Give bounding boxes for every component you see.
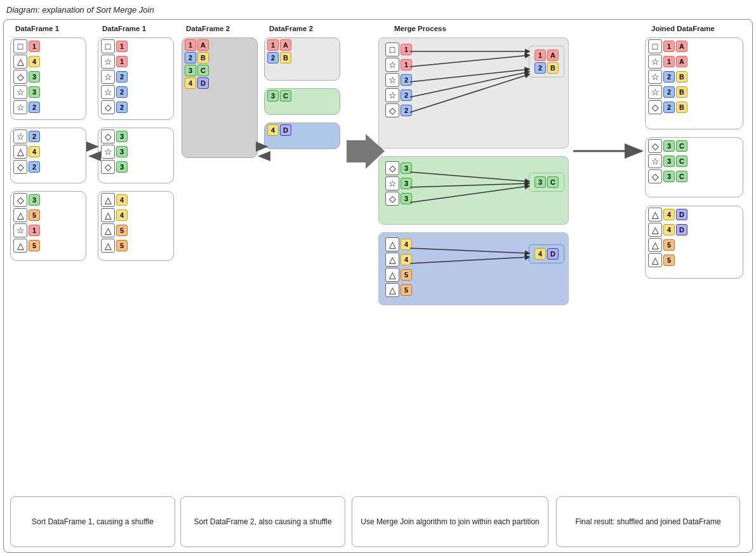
df2-sorted-p3: 4D xyxy=(264,122,340,149)
label-df2-sorted: DataFrame 2 xyxy=(269,25,313,32)
df2-sorted-p2: 3C xyxy=(264,88,340,115)
label-df1-sorted: DataFrame 1 xyxy=(102,25,146,32)
df1-sorted-p3: △4 △4 △5 △5 xyxy=(98,191,174,261)
df1-left-p3: ◇3 △5 ☆1 △5 xyxy=(10,191,86,261)
df1-left-p1: □1 △4 ◇3 ☆3 ☆2 xyxy=(10,37,86,120)
df2-sorted-p1: 1A 2B xyxy=(264,37,340,81)
joined-p3: △4D △4D △5 △5 xyxy=(645,206,743,279)
label-df2-left: DataFrame 2 xyxy=(186,25,230,32)
merge-p1: □1 ☆1 ☆2 ☆2 ◇2 1A 2B xyxy=(378,37,569,149)
desc-box-3: Use Merge Join algorithm to join within … xyxy=(352,496,548,547)
df1-left-p2: ☆2 △4 ◇2 xyxy=(10,128,86,183)
desc-box-4: Final result: shuffled and joined DataFr… xyxy=(556,496,740,547)
merge-p3: △4 △4 △5 △5 4D xyxy=(378,232,569,305)
desc-box-2: Sort DataFrame 2, also causing a shuffle xyxy=(180,496,345,547)
df2-left-p1: 1A 2B 3C 4D xyxy=(182,37,258,158)
df1-sorted-p1: □1 ☆1 ☆2 ☆2 ◇2 xyxy=(98,37,174,120)
label-merge: Merge Process xyxy=(394,25,446,32)
label-joined: Joined DataFrame xyxy=(651,25,715,32)
desc-box-1: Sort DataFrame 1, causing a shuffle xyxy=(10,496,175,547)
label-df1-left: DataFrame 1 xyxy=(15,25,59,32)
df1-sorted-p2: ◇3 ☆3 ◇3 xyxy=(98,128,174,183)
main-area: DataFrame 1 DataFrame 1 DataFrame 2 Data… xyxy=(3,19,753,553)
merge-p2: ◇3 ☆3 ◇3 3C xyxy=(378,156,569,225)
joined-p2: ◇3C ☆3C ◇3C xyxy=(645,137,743,197)
diagram-title: Diagram: explanation of Sort Merge Join xyxy=(6,5,154,15)
joined-p1: □1A ☆1A ☆2B ☆2B ◇2B xyxy=(645,37,743,129)
